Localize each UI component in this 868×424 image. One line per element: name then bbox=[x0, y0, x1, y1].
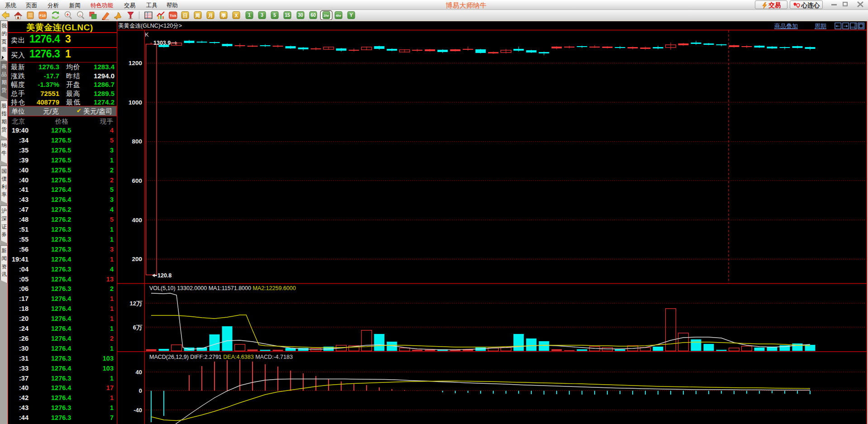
svg-text:3: 3 bbox=[261, 12, 263, 18]
svg-text:400: 400 bbox=[132, 217, 142, 224]
svg-text:月: 月 bbox=[208, 13, 213, 18]
svg-text:1200: 1200 bbox=[129, 60, 142, 67]
svg-text:MACD(26,12,9) DIFF:2.2791 DEA:: MACD(26,12,9) DIFF:2.2791 DEA:4.6383 MAC… bbox=[149, 354, 293, 360]
svg-text:600: 600 bbox=[132, 177, 142, 184]
svg-text:30: 30 bbox=[298, 12, 303, 18]
svg-text:美黄金连(GLNC)<120分>: 美黄金连(GLNC)<120分> bbox=[118, 23, 182, 29]
svg-text:日: 日 bbox=[183, 13, 188, 18]
svg-text:Tick: Tick bbox=[170, 14, 177, 18]
svg-text:K: K bbox=[145, 31, 149, 38]
svg-text:800: 800 bbox=[132, 138, 142, 145]
svg-text:X: X bbox=[234, 13, 238, 18]
svg-text:60: 60 bbox=[310, 12, 316, 18]
svg-text:Y: Y bbox=[349, 12, 353, 18]
svg-text:+: + bbox=[66, 12, 69, 17]
svg-text:5: 5 bbox=[273, 12, 276, 18]
svg-text:VOL(5,10) 13302.0000 MA1:11571: VOL(5,10) 13302.0000 MA1:11571.8000 MA2:… bbox=[149, 285, 296, 291]
svg-text:商品叠加: 商品叠加 bbox=[774, 23, 798, 29]
svg-text:-: - bbox=[79, 12, 81, 17]
svg-text:200: 200 bbox=[132, 256, 142, 262]
svg-text:12万: 12万 bbox=[130, 300, 143, 307]
svg-text:-40: -40 bbox=[134, 407, 142, 414]
svg-text:40: 40 bbox=[136, 369, 142, 376]
svg-text:6万: 6万 bbox=[133, 324, 143, 331]
svg-text:15: 15 bbox=[285, 12, 290, 18]
svg-text:4hr: 4hr bbox=[336, 14, 341, 18]
svg-text:0: 0 bbox=[139, 387, 142, 394]
svg-text:周期: 周期 bbox=[815, 23, 826, 29]
svg-text:季: 季 bbox=[221, 13, 226, 18]
svg-text:周: 周 bbox=[195, 13, 200, 18]
svg-text:120.8: 120.8 bbox=[157, 272, 172, 279]
svg-text:1: 1 bbox=[248, 12, 251, 18]
svg-text:1000: 1000 bbox=[129, 99, 142, 106]
svg-text:F10: F10 bbox=[39, 14, 46, 18]
svg-text:2hr: 2hr bbox=[324, 14, 329, 18]
